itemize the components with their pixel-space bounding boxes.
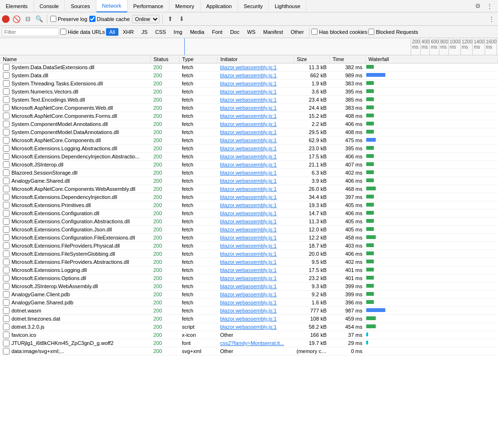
cell-initiator[interactable]: blazor.webassembly.js:1 (217, 299, 294, 307)
filter-all-btn[interactable]: All (106, 28, 118, 36)
row-checkbox[interactable] (3, 64, 10, 71)
table-row[interactable]: AnalogyGame.Client.pdb200fetchblazor.web… (0, 291, 498, 299)
table-row[interactable]: Microsoft.AspNetCore.Components.Web.dll2… (0, 104, 498, 112)
row-checkbox[interactable] (3, 307, 10, 314)
network-table-container[interactable]: Name Status Type Initiator Size Time Wat… (0, 55, 498, 432)
table-row[interactable]: Microsoft.AspNetCore.Components.Forms.dl… (0, 112, 498, 120)
settings-icon[interactable]: ⚙ (473, 1, 483, 11)
record-button[interactable] (2, 15, 10, 23)
row-checkbox[interactable] (3, 96, 10, 103)
filter-other-btn[interactable]: Other (287, 28, 307, 36)
cell-initiator[interactable]: blazor.webassembly.js:1 (217, 282, 294, 291)
tab-security[interactable]: Security (238, 0, 269, 12)
cell-initiator[interactable]: Other (217, 347, 294, 355)
throttle-select[interactable]: Online (132, 15, 159, 23)
cell-initiator[interactable]: blazor.webassembly.js:1 (217, 80, 294, 88)
row-checkbox[interactable] (3, 275, 10, 281)
preserve-log-checkbox[interactable] (50, 16, 56, 22)
cell-initiator[interactable]: blazor.webassembly.js:1 (217, 128, 294, 136)
cell-initiator[interactable]: blazor.webassembly.js:1 (217, 291, 294, 299)
cell-initiator[interactable]: blazor.webassembly.js:1 (217, 258, 294, 266)
header-initiator[interactable]: Initiator (217, 55, 294, 63)
table-row[interactable]: AnalogyGame.Shared.pdb200fetchblazor.web… (0, 299, 498, 307)
table-row[interactable]: Microsoft.Extensions.Logging.dll200fetch… (0, 266, 498, 274)
clear-button[interactable]: 🚫 (11, 14, 21, 24)
cell-initiator[interactable]: blazor.webassembly.js:1 (217, 234, 294, 242)
table-row[interactable]: dotnet.3.2.0.js200scriptblazor.webassemb… (0, 323, 498, 331)
table-row[interactable]: Microsoft.Extensions.FileProviders.Physi… (0, 242, 498, 250)
filter-xhr-btn[interactable]: XHR (119, 28, 137, 36)
tab-console[interactable]: Console (34, 0, 65, 12)
table-row[interactable]: AnalogyGame.Shared.dll200fetchblazor.web… (0, 177, 498, 185)
table-row[interactable]: Microsoft.JSInterop.WebAssembly.dll200fe… (0, 282, 498, 291)
hide-data-urls-checkbox[interactable] (60, 29, 66, 35)
search-icon[interactable]: 🔍 (34, 14, 44, 24)
table-row[interactable]: System.ComponentModel.DataAnnotations.dl… (0, 128, 498, 136)
export-icon[interactable]: ⬇ (177, 14, 187, 24)
row-checkbox[interactable] (3, 315, 10, 322)
header-type[interactable]: Type (179, 55, 217, 63)
tab-memory[interactable]: Memory (170, 0, 201, 12)
row-checkbox[interactable] (3, 299, 10, 306)
row-checkbox[interactable] (3, 218, 10, 225)
row-checkbox[interactable] (3, 137, 10, 144)
row-checkbox[interactable] (3, 259, 10, 265)
table-row[interactable]: System.Data.DataSetExtensions.dll200fetc… (0, 63, 498, 72)
preserve-log-label[interactable]: Preserve log (50, 16, 87, 22)
filter-manifest-btn[interactable]: Manifest (260, 28, 286, 36)
disable-cache-label[interactable]: Disable cache (89, 16, 130, 22)
row-checkbox[interactable] (3, 113, 10, 119)
filter-ws-btn[interactable]: WS (244, 28, 259, 36)
cell-initiator[interactable]: blazor.webassembly.js:1 (217, 63, 294, 72)
filter-js-btn[interactable]: JS (138, 28, 151, 36)
table-row[interactable]: System.Numerics.Vectors.dll200fetchblazo… (0, 88, 498, 96)
row-checkbox[interactable] (3, 104, 10, 111)
row-checkbox[interactable] (3, 348, 10, 354)
import-icon[interactable]: ⬆ (166, 14, 175, 24)
tab-elements[interactable]: Elements (0, 0, 34, 12)
cell-initiator[interactable]: css2?family=Montserrat:it... (217, 339, 294, 347)
row-checkbox[interactable] (3, 210, 10, 217)
filter-doc-btn[interactable]: Doc (227, 28, 243, 36)
tab-sources[interactable]: Sources (65, 0, 96, 12)
cell-initiator[interactable]: blazor.webassembly.js:1 (217, 177, 294, 185)
more-options-icon[interactable]: ⋮ (485, 1, 494, 11)
cell-initiator[interactable]: blazor.webassembly.js:1 (217, 242, 294, 250)
row-checkbox[interactable] (3, 340, 10, 346)
filter-img-btn[interactable]: Img (170, 28, 186, 36)
blocked-requests-checkbox[interactable] (368, 29, 374, 35)
row-checkbox[interactable] (3, 323, 10, 330)
row-checkbox[interactable] (3, 250, 10, 257)
row-checkbox[interactable] (3, 194, 10, 200)
header-status[interactable]: Status (150, 55, 179, 63)
table-row[interactable]: System.Text.Encodings.Web.dll200fetchbla… (0, 96, 498, 104)
table-row[interactable]: Microsoft.Extensions.DependencyInjection… (0, 153, 498, 161)
blocked-requests-label[interactable]: Blocked Requests (368, 29, 418, 35)
row-checkbox[interactable] (3, 186, 10, 192)
cell-initiator[interactable]: blazor.webassembly.js:1 (217, 307, 294, 315)
filter-font-btn[interactable]: Font (209, 28, 226, 36)
row-checkbox[interactable] (3, 202, 10, 208)
table-row[interactable]: System.ComponentModel.Annotations.dll200… (0, 120, 498, 128)
row-checkbox[interactable] (3, 283, 10, 290)
disable-cache-checkbox[interactable] (89, 16, 95, 22)
cell-initiator[interactable]: blazor.webassembly.js:1 (217, 185, 294, 193)
cell-initiator[interactable]: blazor.webassembly.js:1 (217, 145, 294, 153)
table-row[interactable]: favicon.ico200x-iconOther166 kB37 ms (0, 331, 498, 339)
table-row[interactable]: Microsoft.Extensions.Configuration.Abstr… (0, 218, 498, 226)
row-checkbox[interactable] (3, 291, 10, 298)
row-checkbox[interactable] (3, 145, 10, 152)
table-row[interactable]: Microsoft.AspNetCore.Components.dll200fe… (0, 136, 498, 145)
cell-initiator[interactable]: blazor.webassembly.js:1 (217, 161, 294, 169)
table-row[interactable]: Microsoft.Extensions.Configuration.dll20… (0, 209, 498, 218)
cell-initiator[interactable]: blazor.webassembly.js:1 (217, 169, 294, 177)
row-checkbox[interactable] (3, 72, 10, 79)
cell-initiator[interactable]: blazor.webassembly.js:1 (217, 88, 294, 96)
row-checkbox[interactable] (3, 80, 10, 87)
more-network-icon[interactable]: ⋮ (487, 14, 496, 24)
table-row[interactable]: data:image/svg+xml;...200svg+xmlOther(me… (0, 347, 498, 355)
cell-initiator[interactable]: blazor.webassembly.js:1 (217, 96, 294, 104)
row-checkbox[interactable] (3, 153, 10, 160)
table-row[interactable]: Microsoft.Extensions.Configuration.Json.… (0, 226, 498, 234)
table-row[interactable]: JTURjlg1_i6t8kCHKm45_ZpC3gnD_g.woff2200f… (0, 339, 498, 347)
